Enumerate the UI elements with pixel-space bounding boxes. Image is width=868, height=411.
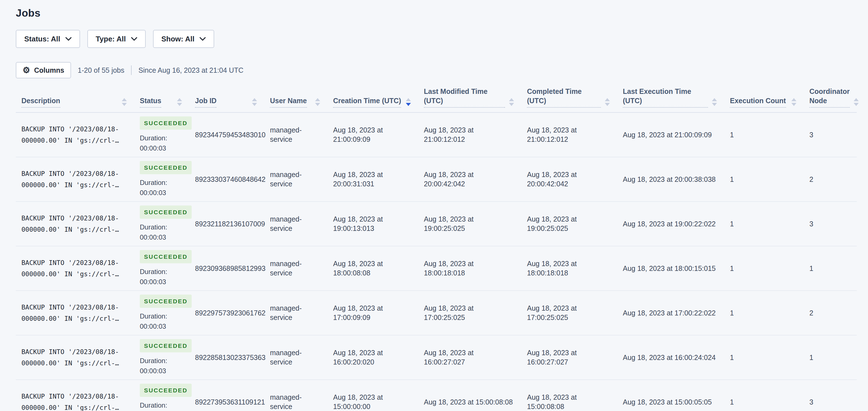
last-modified-time-cell: Aug 18, 2023 at 17:00:25:025 <box>418 291 521 335</box>
column-header-user-name[interactable]: User Name <box>265 87 328 113</box>
jobs-table: Description Status Job ID User Name Crea… <box>16 87 857 411</box>
last-execution-time-cell: Aug 18, 2023 at 21:00:09:09 <box>617 113 724 157</box>
type-filter-label: Type: All <box>96 35 126 43</box>
duration-label: Duration: <box>140 356 183 366</box>
job-status-cell: SUCCEEDEDDuration:00:00:03 <box>134 335 189 380</box>
jobs-page: Jobs Status: All Type: All Show: All ⚙ C… <box>0 0 868 411</box>
last-modified-time-cell: Aug 18, 2023 at 15:00:08:08 <box>418 380 521 411</box>
last-execution-time-cell: Aug 18, 2023 at 17:00:22:022 <box>617 291 724 335</box>
creation-time-cell: Aug 18, 2023 at 17:00:09:09 <box>328 291 418 335</box>
sort-icons <box>173 98 184 108</box>
user-name-cell: managed- service <box>265 202 328 246</box>
job-description-link[interactable]: BACKUP INTO '/2023/08/18- 000000.00' IN … <box>16 291 134 335</box>
column-header-last-modified-time[interactable]: Last Modified Time (UTC) <box>418 87 521 113</box>
columns-button-label: Columns <box>34 66 64 75</box>
sort-icons <box>601 98 612 108</box>
column-header-completed-time[interactable]: Completed Time (UTC) <box>521 87 617 113</box>
duration-label: Duration: <box>140 400 183 410</box>
sort-icons <box>505 98 516 108</box>
creation-time-cell: Aug 18, 2023 at 20:00:31:031 <box>328 157 418 202</box>
chevron-down-icon <box>131 37 137 41</box>
job-id-cell: 892273953631109121 <box>189 380 265 411</box>
completed-time-cell: Aug 18, 2023 at 19:00:25:025 <box>521 202 617 246</box>
job-status-cell: SUCCEEDEDDuration:00:00:03 <box>134 246 189 291</box>
table-row: BACKUP INTO '/2023/08/18- 000000.00' IN … <box>16 335 857 380</box>
execution-count-cell: 1 <box>724 291 804 335</box>
status-badge: SUCCEEDED <box>140 339 192 352</box>
header-row: Description Status Job ID User Name Crea… <box>16 87 857 113</box>
job-status-cell: SUCCEEDEDDuration:00:00:03 <box>134 291 189 335</box>
chevron-down-icon <box>199 37 206 41</box>
column-header-creation-time[interactable]: Creation Time (UTC) <box>328 87 418 113</box>
status-filter-dropdown[interactable]: Status: All <box>16 30 80 48</box>
completed-time-cell: Aug 18, 2023 at 16:00:27:027 <box>521 335 617 380</box>
execution-count-cell: 1 <box>724 246 804 291</box>
completed-time-cell: Aug 18, 2023 at 17:00:25:025 <box>521 291 617 335</box>
column-header-description[interactable]: Description <box>16 87 134 113</box>
column-header-coordinator-node[interactable]: Coordinator Node <box>804 87 857 113</box>
sort-icons <box>311 98 322 108</box>
user-name-cell: managed- service <box>265 157 328 202</box>
job-description-link[interactable]: BACKUP INTO '/2023/08/18- 000000.00' IN … <box>16 113 134 157</box>
sort-icons <box>118 98 128 108</box>
job-id-cell: 892321182136107009 <box>189 202 265 246</box>
jobs-count-text: 1-20 of 55 jobs <box>78 66 124 75</box>
coordinator-node-cell: 1 <box>804 335 857 380</box>
job-description-link[interactable]: BACKUP INTO '/2023/08/18- 000000.00' IN … <box>16 335 134 380</box>
job-description-link[interactable]: BACKUP INTO '/2023/08/18- 000000.00' IN … <box>16 202 134 246</box>
column-header-job-id[interactable]: Job ID <box>189 87 265 113</box>
sort-icons <box>850 98 860 108</box>
table-row: BACKUP INTO '/2023/08/18- 000000.00' IN … <box>16 202 857 246</box>
divider <box>131 65 132 75</box>
table-row: BACKUP INTO '/2023/08/18- 000000.00' IN … <box>16 157 857 202</box>
creation-time-cell: Aug 18, 2023 at 15:00:00:00 <box>328 380 418 411</box>
coordinator-node-cell: 3 <box>804 380 857 411</box>
duration-value: 00:00:03 <box>140 232 183 242</box>
user-name-cell: managed- service <box>265 246 328 291</box>
creation-time-cell: Aug 18, 2023 at 16:00:20:020 <box>328 335 418 380</box>
duration-value: 00:00:03 <box>140 366 183 376</box>
duration-label: Duration: <box>140 311 183 321</box>
last-execution-time-cell: Aug 18, 2023 at 19:00:22:022 <box>617 202 724 246</box>
last-execution-time-cell: Aug 18, 2023 at 16:00:24:024 <box>617 335 724 380</box>
show-filter-dropdown[interactable]: Show: All <box>153 30 214 48</box>
columns-button[interactable]: ⚙ Columns <box>16 62 71 78</box>
sort-icons <box>248 98 259 108</box>
job-status-cell: SUCCEEDEDDuration:00:00:03 <box>134 202 189 246</box>
job-status-cell: SUCCEEDEDDuration:00:00:03 <box>134 157 189 202</box>
execution-count-cell: 1 <box>724 157 804 202</box>
column-header-last-execution-time[interactable]: Last Execution Time (UTC) <box>617 87 724 113</box>
job-description-link[interactable]: BACKUP INTO '/2023/08/18- 000000.00' IN … <box>16 157 134 202</box>
user-name-cell: managed- service <box>265 335 328 380</box>
column-header-status[interactable]: Status <box>134 87 189 113</box>
type-filter-dropdown[interactable]: Type: All <box>87 30 146 48</box>
coordinator-node-cell: 2 <box>804 157 857 202</box>
column-header-execution-count[interactable]: Execution Count <box>724 87 804 113</box>
completed-time-cell: Aug 18, 2023 at 21:00:12:012 <box>521 113 617 157</box>
job-description-link[interactable]: BACKUP INTO '/2023/08/18- 000000.00' IN … <box>16 380 134 411</box>
execution-count-cell: 1 <box>724 113 804 157</box>
job-status-cell: SUCCEEDEDDuration:00:00:03 <box>134 380 189 411</box>
status-badge: SUCCEEDED <box>140 206 192 219</box>
creation-time-cell: Aug 18, 2023 at 18:00:08:08 <box>328 246 418 291</box>
duration-label: Duration: <box>140 133 183 143</box>
job-description-link[interactable]: BACKUP INTO '/2023/08/18- 000000.00' IN … <box>16 246 134 291</box>
table-row: BACKUP INTO '/2023/08/18- 000000.00' IN … <box>16 113 857 157</box>
creation-time-cell: Aug 18, 2023 at 19:00:13:013 <box>328 202 418 246</box>
job-id-cell: 892344759453483010 <box>189 113 265 157</box>
gear-icon: ⚙ <box>23 66 30 75</box>
execution-count-cell: 1 <box>724 380 804 411</box>
completed-time-cell: Aug 18, 2023 at 15:00:08:08 <box>521 380 617 411</box>
last-modified-time-cell: Aug 18, 2023 at 20:00:42:042 <box>418 157 521 202</box>
job-id-cell: 892309368985812993 <box>189 246 265 291</box>
sort-desc-icon <box>402 98 412 108</box>
user-name-cell: managed- service <box>265 380 328 411</box>
duration-value: 00:00:03 <box>140 321 183 331</box>
last-modified-time-cell: Aug 18, 2023 at 16:00:27:027 <box>418 335 521 380</box>
duration-value: 00:00:03 <box>140 143 183 153</box>
last-modified-time-cell: Aug 18, 2023 at 21:00:12:012 <box>418 113 521 157</box>
creation-time-cell: Aug 18, 2023 at 21:00:09:09 <box>328 113 418 157</box>
duration-label: Duration: <box>140 178 183 188</box>
status-badge: SUCCEEDED <box>140 250 192 263</box>
filter-bar: Status: All Type: All Show: All <box>16 30 857 48</box>
